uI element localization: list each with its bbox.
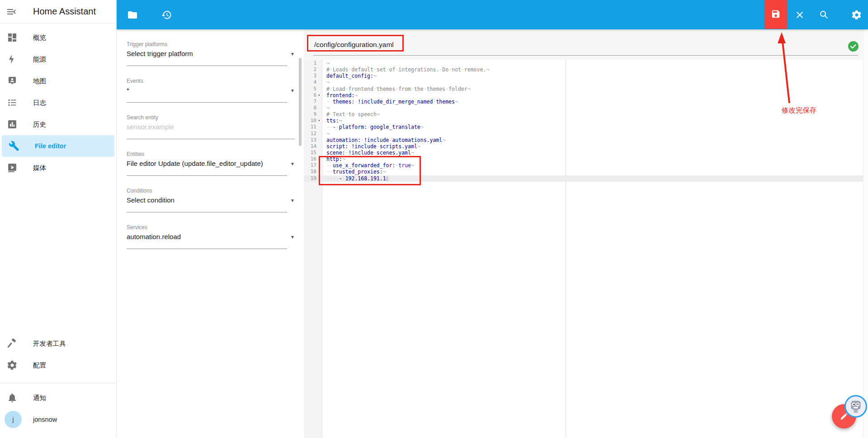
sidebar-item-developer-tools[interactable]: 开发者工具	[0, 333, 116, 354]
line-number: 6	[304, 92, 316, 99]
search-icon[interactable]	[819, 9, 830, 20]
gear-icon[interactable]	[851, 9, 862, 20]
fold-arrow-icon[interactable]: ▾	[316, 118, 322, 124]
code-line[interactable]: 12¬	[304, 131, 863, 137]
line-number: 4	[304, 79, 316, 85]
sidebar-item-label: 开发者工具	[33, 333, 66, 354]
chevron-down-icon[interactable]: ▼	[290, 161, 295, 166]
code-line[interactable]: 17··use_x_forwarded_for:·true¬	[304, 162, 863, 169]
field-select-value[interactable]: automation.reload	[127, 233, 181, 240]
sidebar-item-label: 日志	[33, 92, 46, 113]
code-line[interactable]: 14script:·!include·scripts.yaml¬	[304, 143, 863, 150]
close-icon[interactable]	[794, 9, 805, 20]
sidebar: Home Assistant 概览能源地图日志历史File editor媒体 开…	[0, 0, 117, 438]
fold-gutter	[316, 73, 322, 79]
home-assistant-app: Home Assistant 概览能源地图日志历史File editor媒体 开…	[0, 0, 868, 438]
sidebar-item-history[interactable]: 历史	[0, 113, 116, 135]
line-number: 7	[304, 99, 316, 105]
chevron-down-icon[interactable]: ▼	[290, 235, 295, 240]
sidebar-item-label: 能源	[33, 48, 46, 70]
chevron-down-icon[interactable]: ▼	[290, 198, 295, 203]
field-select-value[interactable]: Select condition	[127, 196, 175, 204]
sidebar-item-logbook[interactable]: 日志	[0, 92, 116, 113]
fold-gutter	[316, 150, 322, 156]
sidebar-item-label: 概览	[33, 27, 46, 48]
fold-arrow-icon[interactable]: ▾	[316, 156, 322, 162]
field-label: Events	[127, 78, 143, 84]
sidebar-item-map[interactable]: 地图	[0, 70, 116, 92]
fold-gutter	[316, 79, 322, 85]
sidebar-item-file-editor[interactable]: File editor	[2, 135, 114, 157]
code-line[interactable]: 1¬	[304, 60, 863, 66]
fold-gutter	[316, 99, 322, 105]
line-number: 18	[304, 169, 316, 175]
field-underline	[127, 139, 295, 139]
annotation-save-hint: 修改完保存	[782, 106, 817, 115]
sidebar-divider	[0, 383, 116, 383]
history-icon[interactable]	[161, 9, 172, 20]
save-button[interactable]	[764, 0, 788, 29]
field-label: Conditions	[127, 188, 152, 194]
sidebar-item-settings[interactable]: 配置	[0, 354, 116, 376]
media-play-icon	[7, 162, 18, 173]
field-events: Events*▼	[127, 76, 295, 85]
line-number: 8	[304, 105, 316, 111]
code-line[interactable]: 19····-·192.168.191.1	[304, 175, 863, 182]
code-line[interactable]: 11··-·platform:·google_translate¬	[304, 124, 863, 130]
file-path[interactable]: /config/configuration.yaml	[314, 41, 394, 49]
bell-icon	[7, 392, 18, 403]
fold-gutter	[316, 111, 322, 118]
sidebar-user[interactable]: j jonsnow	[0, 409, 116, 430]
field-underline	[127, 66, 287, 66]
sidebar-item-overview[interactable]: 概览	[0, 27, 116, 48]
lightning-icon	[7, 54, 18, 65]
fold-arrow-icon[interactable]: ▾	[316, 169, 322, 175]
field-underline	[127, 175, 287, 176]
code-line[interactable]: 4¬	[304, 79, 863, 85]
line-number: 3	[304, 73, 316, 79]
chevron-down-icon[interactable]: ▼	[290, 88, 295, 93]
code-line[interactable]: 3default_config:¬	[304, 73, 863, 79]
fold-arrow-icon[interactable]: ▾	[316, 92, 322, 99]
chevron-down-icon[interactable]: ▼	[290, 52, 295, 57]
line-number: 19	[304, 175, 316, 182]
editor-header: /config/configuration.yaml	[304, 29, 863, 60]
fold-gutter	[316, 143, 322, 150]
check-circle-icon	[848, 41, 859, 52]
user-name: jonsnow	[33, 409, 57, 430]
sidebar-item-notifications[interactable]: 通知	[0, 387, 116, 409]
panel-scrollbar[interactable]	[299, 58, 302, 146]
field-underline	[127, 212, 287, 212]
editor-scrollbar[interactable]	[863, 29, 868, 438]
assistant-robot-avatar[interactable]	[844, 395, 867, 418]
code-line[interactable]: 9#·Text·to·speech¬	[304, 111, 863, 118]
folder-icon[interactable]	[127, 9, 138, 20]
field-underline	[127, 249, 287, 249]
field-search-entity: Search entitysensor.example	[127, 113, 295, 121]
field-input[interactable]: sensor.example	[127, 123, 174, 131]
code-line[interactable]: 8¬	[304, 105, 863, 111]
code-editor[interactable]: 1¬2#·Loads·default·set·of·integrations.·…	[304, 60, 863, 438]
fold-gutter	[316, 175, 322, 182]
field-select-value[interactable]: Select trigger platform	[127, 50, 193, 57]
sidebar-item-label: 媒体	[33, 157, 46, 179]
code-line[interactable]: 10▾tts:¬	[304, 118, 863, 124]
field-select-value[interactable]: *	[127, 86, 129, 94]
sidebar-nav: 概览能源地图日志历史File editor媒体	[0, 27, 116, 179]
menu-open-icon[interactable]	[6, 6, 17, 17]
code-line[interactable]: 2#·Loads·default·set·of·integrations.·Do…	[304, 66, 863, 73]
field-select-value[interactable]: File editor Update (update.file_editor_u…	[127, 160, 263, 167]
sidebar-item-energy[interactable]: 能源	[0, 48, 116, 70]
code-line[interactable]: 18▾··trusted_proxies:¬	[304, 169, 863, 175]
text-caret	[386, 176, 388, 181]
code-line[interactable]: 7··themes:·!include_dir_merge_named·them…	[304, 99, 863, 105]
code-line[interactable]: 15scene:·!include·scenes.yaml¬	[304, 150, 863, 156]
field-label: Services	[127, 224, 147, 231]
code-line[interactable]: 5#·Load·frontend·themes·from·the·themes·…	[304, 86, 863, 92]
avatar: j	[5, 411, 22, 428]
code-line[interactable]: 6▾frontend:¬	[304, 92, 863, 99]
code-line[interactable]: 13automation:·!include·automations.yaml¬	[304, 137, 863, 143]
sidebar-item-media[interactable]: 媒体	[0, 157, 116, 179]
line-number: 10	[304, 118, 316, 124]
code-line[interactable]: 16▾http:¬	[304, 156, 863, 162]
